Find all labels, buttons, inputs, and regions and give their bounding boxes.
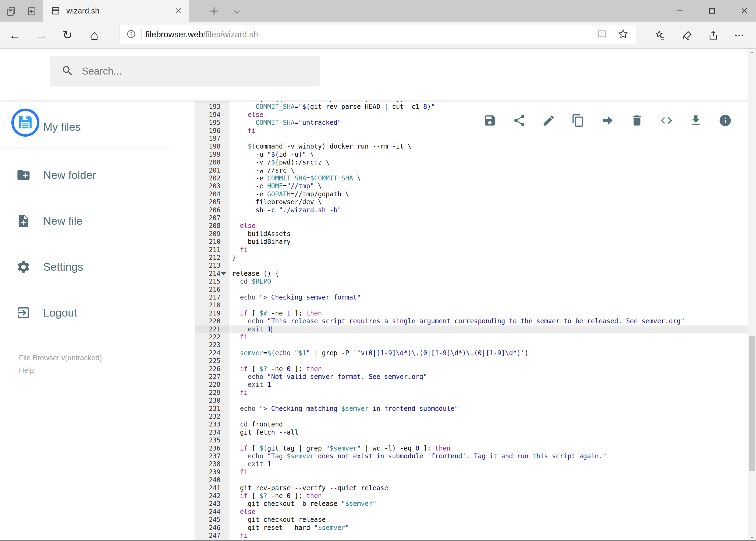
home-icon[interactable]: ⌂ [86, 22, 103, 49]
code-line[interactable]: 243 git checkout -b release "$semver" [174, 500, 748, 508]
code-line[interactable]: 204 -e GOPATH=//tmp/gopath \ [174, 191, 748, 198]
code-line[interactable]: 200 -v /$(pwd):/src:z \ [174, 159, 748, 166]
code-line[interactable]: 238 exit 1 [174, 460, 748, 468]
code-line[interactable]: 242 if [ $? -ne 0 ]; then [174, 492, 748, 500]
tab-preview-icon[interactable] [6, 6, 17, 17]
code-line[interactable]: 228 exit 1 [174, 381, 748, 389]
code-line[interactable]: 202 -e COMMIT_SHA=$COMMIT_SHA \ [174, 175, 748, 182]
code-line[interactable]: 210 buildBinary [174, 238, 748, 246]
code-line[interactable]: 239 fi [174, 468, 748, 476]
maximize-icon[interactable] [701, 0, 723, 22]
code-line[interactable]: 197 [174, 135, 748, 143]
reading-view-icon[interactable] [597, 29, 607, 40]
code-line[interactable]: 209 buildAssets [174, 230, 748, 238]
move-button[interactable] [601, 114, 614, 127]
info-icon [718, 114, 732, 127]
code-line[interactable]: 214release () { [174, 270, 748, 277]
code-editor[interactable]: 192 if [ "$(git status --porcelain)" = "… [174, 101, 748, 541]
code-line[interactable]: 237 echo "Tag $semver does not exist in … [174, 452, 748, 460]
code-line[interactable]: 241 git rev-parse --verify --quiet relea… [174, 484, 748, 492]
code-line[interactable]: 205 filebrowser/dev \ [174, 198, 748, 206]
close-window-icon[interactable] [734, 0, 755, 22]
page-scrollbar[interactable]: ⌃ ⌄ [748, 49, 756, 541]
code-line[interactable]: 206 sh -c "./wizard.sh -b" [174, 206, 748, 214]
code-line[interactable]: 244 else [174, 508, 748, 516]
copy-button[interactable] [571, 114, 585, 127]
favorite-star-icon[interactable] [618, 29, 629, 41]
code-line[interactable]: 208 else [174, 222, 748, 230]
back-icon[interactable]: ← [7, 22, 23, 49]
share-button[interactable] [513, 114, 526, 127]
code-line[interactable]: 217 echo "> Checking semver format" [174, 293, 748, 301]
code-line[interactable]: 207 [174, 214, 748, 222]
minimize-icon[interactable] [669, 0, 690, 22]
code-line[interactable]: 192 if [ "$(git status --porcelain)" = "… [174, 101, 748, 103]
code-line[interactable]: 246 git reset --hard "$semver" [174, 524, 748, 532]
code-line[interactable]: 201 -w //src \ [174, 167, 748, 175]
code-line[interactable]: 234 git fetch --all [174, 429, 748, 436]
code-line[interactable]: 221 exit 1 [174, 325, 748, 333]
code-line[interactable]: 196 fi [174, 127, 748, 135]
code-line[interactable]: 222 fi [174, 333, 748, 341]
scroll-up-icon[interactable]: ⌃ [748, 49, 756, 59]
code-line[interactable]: 247 fi [174, 532, 748, 540]
code-line[interactable]: 230 [174, 397, 748, 405]
tab-list-chevron-icon[interactable] [232, 7, 241, 16]
download-button[interactable] [689, 114, 702, 127]
search-bar[interactable] [50, 56, 320, 86]
new-tab-icon[interactable] [208, 5, 220, 17]
code-view-button[interactable] [660, 114, 673, 127]
code-line[interactable]: 199 -u "$(id -u)" \ [174, 151, 748, 159]
hub-icon[interactable] [654, 30, 666, 42]
code-line[interactable]: 229 fi [174, 389, 748, 397]
code-line[interactable]: 225 [174, 357, 748, 365]
code-line[interactable]: 223 [174, 341, 748, 349]
code-line[interactable]: 233 cd frontend [174, 420, 748, 428]
help-link[interactable]: Help [19, 366, 34, 375]
annotate-pen-icon[interactable] [681, 30, 693, 42]
code-line[interactable]: 219 if [ $# -ne 1 ]; then [174, 309, 748, 317]
sidebar-item-new-folder[interactable]: New folder [0, 162, 174, 188]
code-line[interactable]: 231 echo "> Checking matching $semver in… [174, 405, 748, 413]
code-text: echo "> Checking matching $semver in fro… [232, 405, 458, 413]
filebrowser-logo[interactable] [11, 109, 39, 137]
code-line[interactable]: 212} [174, 254, 748, 262]
sidebar-item-new-file[interactable]: New file [0, 208, 174, 234]
code-line[interactable]: 232 [174, 413, 748, 420]
active-tab[interactable]: wizard.sh [43, 0, 189, 22]
code-line[interactable]: 198 $(command -v winpty) docker run --rm… [174, 143, 748, 151]
address-bar[interactable]: filebrowser.web/files/wizard.sh [120, 25, 636, 44]
save-button[interactable] [483, 114, 497, 127]
forward-icon[interactable]: → [33, 22, 49, 49]
code-line[interactable]: 203 -e HOME="//tmp" \ [174, 182, 748, 190]
share-icon[interactable] [708, 30, 719, 42]
delete-button[interactable] [630, 114, 644, 127]
code-line[interactable]: 193 COMMIT_SHA="$(git rev-parse HEAD | c… [174, 103, 748, 111]
code-line[interactable]: 215 cd $REPO [174, 277, 748, 285]
sidebar-item-settings[interactable]: Settings [0, 254, 174, 280]
code-line[interactable]: 213 [174, 262, 748, 270]
code-line[interactable]: 235 [174, 436, 748, 444]
code-line[interactable]: 211 fi [174, 246, 748, 254]
code-line[interactable]: 216 [174, 286, 748, 293]
close-tab-icon[interactable] [175, 7, 182, 14]
info-button[interactable] [718, 114, 732, 127]
code-line[interactable]: 245 git checkout release [174, 516, 748, 524]
code-line[interactable]: 227 echo "Not valid semver format. See s… [174, 373, 748, 381]
refresh-icon[interactable]: ↻ [59, 22, 76, 49]
scrollbar-thumb[interactable] [749, 336, 755, 471]
code-line[interactable]: 236 if [ $(git tag | grep "$semver" | wc… [174, 445, 748, 452]
search-input[interactable] [81, 65, 298, 77]
fold-toggle-icon[interactable] [221, 272, 226, 275]
code-line[interactable]: 220 echo "This release script requires a… [174, 317, 748, 325]
sidebar-item-logout[interactable]: Logout [0, 300, 174, 326]
more-icon[interactable] [734, 30, 745, 42]
scroll-down-icon[interactable]: ⌄ [748, 532, 756, 541]
code-line[interactable]: 240 [174, 476, 748, 484]
site-info-icon[interactable] [126, 29, 136, 40]
rename-button[interactable] [542, 114, 556, 127]
tabs-aside-icon[interactable] [26, 6, 37, 17]
code-line[interactable]: 226 if [ $? -ne 0 ]; then [174, 365, 748, 373]
code-line[interactable]: 224 semver=$(echo "$1" | grep -P '^v(0|[… [174, 349, 748, 357]
code-line[interactable]: 218 [174, 301, 748, 309]
